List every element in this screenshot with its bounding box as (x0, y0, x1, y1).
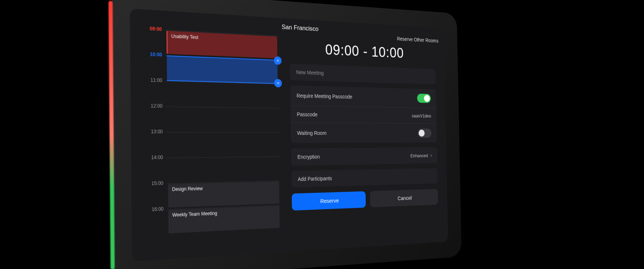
selection-handle-bottom[interactable]: = (274, 79, 282, 88)
hour-label: 11:00 (145, 77, 162, 84)
require-passcode-toggle[interactable] (417, 93, 431, 103)
add-participants-row[interactable]: Add Participants (291, 168, 437, 188)
encryption-row[interactable]: Encryption Enhanced › (291, 147, 437, 166)
hour-label: 14:00 (145, 154, 163, 160)
hour-label: 12:00 (145, 103, 162, 109)
hour-label: 15:00 (146, 180, 163, 186)
hour-line (167, 205, 281, 210)
hour-line (166, 106, 279, 108)
hour-line (167, 181, 281, 184)
hour-row[interactable]: 13:00 (147, 132, 280, 158)
tablet-device: San Francisco Reserve Other Rooms 09:001… (130, 8, 448, 262)
hour-line (165, 81, 279, 84)
encryption-value: Enhanced (410, 153, 428, 158)
hour-label: 16:00 (146, 206, 164, 212)
hour-row[interactable]: 14:00 (147, 156, 281, 184)
reserve-button[interactable]: Reserve (292, 191, 366, 211)
waiting-room-toggle[interactable] (418, 129, 432, 138)
calendar-event[interactable]: Design Review (168, 181, 279, 208)
waiting-room-row: Waiting Room (291, 122, 437, 143)
chevron-right-icon: › (430, 152, 432, 159)
passcode-value: saasV1deo (412, 113, 431, 119)
hour-line (166, 156, 280, 158)
hour-row[interactable]: 10:00 (146, 55, 279, 84)
selection-handle-top[interactable]: = (274, 56, 282, 65)
passcode-row[interactable]: Passcode saasV1deo (291, 106, 436, 123)
hour-label: 13:00 (145, 129, 163, 134)
main-body: 09:0010:0011:0012:0013:0014:0015:0016:00… (130, 25, 448, 262)
hour-row[interactable]: 15:00 (147, 181, 281, 210)
hour-label: 09:00 (144, 25, 162, 32)
app-screen: San Francisco Reserve Other Rooms 09:001… (130, 8, 448, 262)
hour-row[interactable]: 16:00 (148, 205, 281, 236)
